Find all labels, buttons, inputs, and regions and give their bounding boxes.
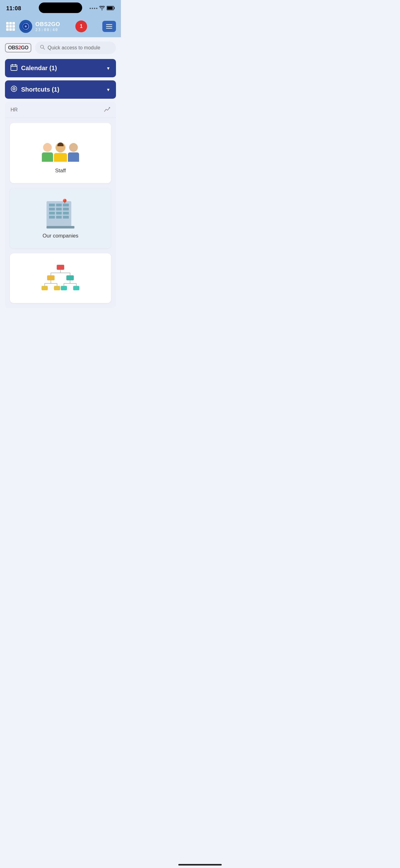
- search-bar[interactable]: Quick access to module: [35, 41, 116, 54]
- org-icon-area: [42, 262, 79, 294]
- hr-label: HR: [10, 107, 18, 113]
- staff-icon-area: [42, 132, 79, 163]
- svg-point-13: [14, 89, 14, 89]
- menu-button[interactable]: [102, 21, 116, 32]
- obs2go-logo: OBS2GO: [5, 43, 31, 53]
- calendar-header[interactable]: Calendar (1) ▼: [5, 59, 116, 77]
- notification-count: 1: [80, 24, 83, 29]
- companies-card[interactable]: 📍 Our companies: [10, 188, 111, 248]
- app-logo: [19, 20, 32, 33]
- svg-rect-31: [41, 286, 48, 290]
- org-illustration: [40, 264, 80, 292]
- building-body: 📍: [46, 201, 71, 226]
- building-base: [46, 226, 74, 228]
- shortcuts-header[interactable]: Shortcuts (1) ▼: [5, 81, 116, 99]
- companies-icon-area: 📍: [42, 197, 79, 228]
- svg-line-6: [43, 48, 45, 50]
- status-time: 11:08: [6, 5, 22, 12]
- app-title-group: OBS2GO 23:08:40: [35, 21, 60, 32]
- shortcuts-chevron: ▼: [106, 87, 110, 92]
- search-placeholder: Quick access to module: [47, 45, 100, 51]
- svg-rect-34: [73, 286, 79, 290]
- logo-obs: OBS: [8, 45, 18, 50]
- search-icon: [40, 45, 45, 51]
- main-content: OBS2GO Quick access to module: [0, 37, 121, 315]
- person-1: [42, 143, 53, 162]
- building-illustration: 📍: [42, 197, 79, 228]
- calendar-header-left: Calendar (1): [10, 64, 57, 72]
- logo-go: GO: [21, 45, 29, 50]
- shortcuts-header-left: Shortcuts (1): [10, 85, 59, 94]
- person-3: [54, 143, 67, 162]
- staff-name: Staff: [55, 168, 66, 174]
- grid-button[interactable]: [5, 21, 16, 32]
- staff-card[interactable]: Staff: [10, 123, 111, 183]
- companies-name: Our companies: [42, 233, 78, 239]
- svg-rect-2: [114, 7, 115, 9]
- grid-icon: [6, 22, 15, 31]
- logo-two: 2: [18, 45, 21, 50]
- calendar-section[interactable]: Calendar (1) ▼: [5, 59, 116, 77]
- svg-rect-33: [61, 286, 67, 290]
- shortcuts-icon: [10, 85, 18, 94]
- search-row: OBS2GO Quick access to module: [5, 41, 116, 54]
- svg-rect-1: [107, 6, 113, 9]
- calendar-chevron: ▼: [106, 66, 110, 71]
- battery-icon: [107, 6, 115, 11]
- chart-icon: [104, 106, 110, 113]
- signal-icon: [90, 8, 97, 9]
- modules-grid: Staff: [5, 118, 116, 308]
- hr-header: HR: [5, 102, 116, 118]
- calendar-icon: [10, 64, 18, 72]
- shortcuts-title: Shortcuts (1): [21, 86, 59, 93]
- location-pin-icon: 📍: [61, 199, 69, 207]
- calendar-title: Calendar (1): [21, 65, 57, 72]
- hr-section: HR: [5, 102, 116, 308]
- svg-rect-32: [54, 286, 60, 290]
- person-2: [68, 143, 79, 162]
- status-bar: 11:08: [0, 0, 121, 17]
- notification-area[interactable]: 1: [75, 21, 87, 32]
- notification-badge[interactable]: 1: [75, 21, 87, 32]
- app-timer: 23:08:40: [35, 28, 60, 32]
- svg-rect-22: [66, 275, 74, 280]
- status-icons: [90, 6, 115, 11]
- header-left: OBS2GO 23:08:40: [5, 20, 60, 33]
- staff-illustration: [42, 134, 79, 162]
- app-name: OBS2GO: [35, 21, 60, 28]
- app-header: OBS2GO 23:08:40 1: [0, 17, 121, 37]
- svg-point-4: [25, 26, 27, 27]
- menu-icon: [106, 24, 112, 29]
- org-card[interactable]: [10, 253, 111, 303]
- svg-rect-21: [47, 275, 55, 280]
- shortcuts-section[interactable]: Shortcuts (1) ▼: [5, 81, 116, 99]
- svg-rect-7: [11, 65, 17, 70]
- notch: [39, 2, 82, 13]
- wifi-icon: [99, 6, 105, 11]
- svg-rect-16: [57, 265, 64, 270]
